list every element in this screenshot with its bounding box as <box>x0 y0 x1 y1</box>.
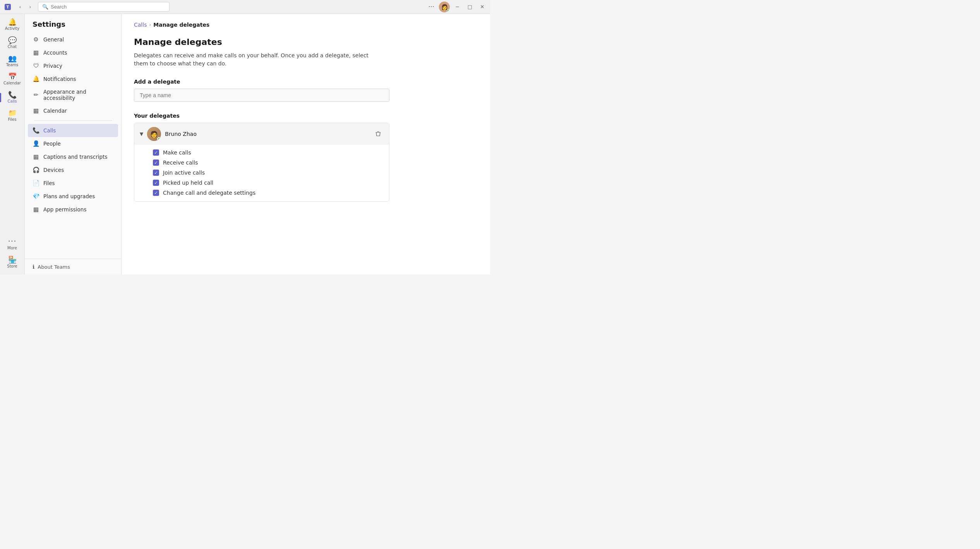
activity-icon: 🔔 <box>8 19 17 26</box>
about-teams-item[interactable]: ℹ About Teams <box>25 259 121 274</box>
permission-change-settings: Change call and delegate settings <box>153 190 381 196</box>
settings-title: Settings <box>25 14 121 33</box>
plans-icon: 💎 <box>33 193 39 200</box>
make-calls-label: Make calls <box>163 149 191 156</box>
chat-icon: 💬 <box>8 37 17 44</box>
apppermissions-icon: ▦ <box>33 206 39 213</box>
appearance-icon: ✏ <box>33 91 39 98</box>
title-bar-right: ··· 👩 − □ ✕ <box>427 2 487 12</box>
delegate-avatar-status <box>157 137 161 141</box>
back-button[interactable]: ‹ <box>15 2 25 12</box>
app-body: 🔔 Activity 💬 Chat 👥 Teams 📅 Calendar 📞 C… <box>0 14 490 274</box>
sidebar-item-chat[interactable]: 💬 Chat <box>0 34 25 52</box>
settings-menu-people[interactable]: 👤 People <box>28 137 118 150</box>
breadcrumb-current: Manage delegates <box>153 22 209 28</box>
settings-menu-calls[interactable]: 📞 Calls <box>28 124 118 137</box>
calls-settings-icon: 📞 <box>33 127 39 134</box>
more-icon: ··· <box>8 237 16 245</box>
calendar-settings-icon: ▦ <box>33 107 39 114</box>
breadcrumb-separator: › <box>149 22 151 27</box>
search-input[interactable] <box>51 4 165 10</box>
settings-menu-files[interactable]: 📄 Files <box>28 177 118 190</box>
pickup-held-checkbox[interactable] <box>153 180 159 186</box>
user-avatar-button[interactable]: 👩 <box>439 2 450 12</box>
calendar-settings-label: Calendar <box>43 108 67 114</box>
change-settings-label: Change call and delegate settings <box>163 190 255 196</box>
privacy-label: Privacy <box>43 63 62 69</box>
delegate-expand-chevron[interactable]: ▼ <box>140 131 143 137</box>
settings-menu-apppermissions[interactable]: ▦ App permissions <box>28 203 118 216</box>
settings-menu-plans[interactable]: 💎 Plans and upgrades <box>28 190 118 203</box>
devices-label: Devices <box>43 167 64 173</box>
teams-label: Teams <box>6 63 19 67</box>
store-label: Store <box>7 264 17 268</box>
sidebar-item-more[interactable]: ··· More <box>0 234 25 253</box>
settings-menu-general[interactable]: ⚙ General <box>28 33 118 46</box>
sidebar-item-files[interactable]: 📁 Files <box>0 106 25 125</box>
files-settings-label: Files <box>43 180 55 186</box>
maximize-button[interactable]: □ <box>465 2 475 12</box>
permission-pickup-held: Picked up held call <box>153 180 381 186</box>
avatar-status-indicator <box>447 9 450 12</box>
calls-settings-label: Calls <box>43 127 56 134</box>
sidebar-item-activity[interactable]: 🔔 Activity <box>0 15 25 34</box>
minimize-button[interactable]: − <box>453 2 462 12</box>
more-options-button[interactable]: ··· <box>427 2 436 11</box>
join-active-checkbox[interactable] <box>153 170 159 176</box>
settings-menu-privacy[interactable]: 🛡 Privacy <box>28 59 118 72</box>
settings-menu-captions[interactable]: ▦ Captions and transcripts <box>28 150 118 163</box>
breadcrumb-parent-link[interactable]: Calls <box>134 22 147 28</box>
search-bar[interactable]: 🔍 <box>38 2 170 12</box>
more-label: More <box>7 246 17 250</box>
about-label: About Teams <box>38 264 70 270</box>
delegate-avatar: 🧑 <box>147 127 161 141</box>
store-icon: 🏪 <box>8 256 17 263</box>
join-active-label: Join active calls <box>163 170 205 176</box>
notifications-icon: 🔔 <box>33 75 39 82</box>
notifications-label: Notifications <box>43 76 76 82</box>
activity-label: Activity <box>5 26 19 31</box>
receive-calls-label: Receive calls <box>163 160 198 166</box>
about-icon: ℹ <box>33 264 34 270</box>
delegate-delete-button[interactable] <box>373 129 384 139</box>
calendar-icon: 📅 <box>8 73 17 80</box>
settings-menu-appearance[interactable]: ✏ Appearance and accessibility <box>28 86 118 104</box>
sidebar-item-store[interactable]: 🏪 Store <box>0 253 25 271</box>
apppermissions-label: App permissions <box>43 206 86 213</box>
files-settings-icon: 📄 <box>33 180 39 187</box>
page-description: Delegates can receive and make calls on … <box>134 51 382 68</box>
settings-menu-calendar[interactable]: ▦ Calendar <box>28 104 118 117</box>
privacy-icon: 🛡 <box>33 62 39 69</box>
delegate-header: ▼ 🧑 Bruno Zhao <box>134 123 389 145</box>
sidebar-item-calendar[interactable]: 📅 Calendar <box>0 70 25 88</box>
settings-sidebar: Settings ⚙ General ▦ Accounts 🛡 Privacy … <box>25 14 122 274</box>
calls-label: Calls <box>8 99 17 103</box>
plans-label: Plans and upgrades <box>43 193 95 199</box>
receive-calls-checkbox[interactable] <box>153 160 159 166</box>
teams-icon: 👥 <box>8 55 17 62</box>
delegate-name: Bruno Zhao <box>165 131 369 137</box>
change-settings-checkbox[interactable] <box>153 190 159 196</box>
accounts-label: Accounts <box>43 50 67 56</box>
pickup-held-label: Picked up held call <box>163 180 213 186</box>
breadcrumb: Calls › Manage delegates <box>122 14 490 28</box>
settings-menu-notifications[interactable]: 🔔 Notifications <box>28 72 118 86</box>
calls-icon: 📞 <box>8 91 17 98</box>
sidebar-item-teams[interactable]: 👥 Teams <box>0 52 25 70</box>
people-settings-label: People <box>43 141 61 147</box>
sidebar-item-calls[interactable]: 📞 Calls <box>0 88 25 106</box>
permission-receive-calls: Receive calls <box>153 160 381 166</box>
settings-menu-accounts[interactable]: ▦ Accounts <box>28 46 118 59</box>
permission-join-active: Join active calls <box>153 170 381 176</box>
captions-icon: ▦ <box>33 153 39 160</box>
close-button[interactable]: ✕ <box>478 2 487 12</box>
files-label: Files <box>8 117 17 122</box>
your-delegates-section-title: Your delegates <box>134 113 478 119</box>
add-delegate-input[interactable] <box>134 89 389 102</box>
general-icon: ⚙ <box>33 36 39 43</box>
make-calls-checkbox[interactable] <box>153 149 159 156</box>
svg-text:T: T <box>7 5 9 9</box>
teams-logo-icon: T <box>3 2 12 12</box>
forward-button[interactable]: › <box>26 2 35 12</box>
settings-menu-devices[interactable]: 🎧 Devices <box>28 163 118 177</box>
